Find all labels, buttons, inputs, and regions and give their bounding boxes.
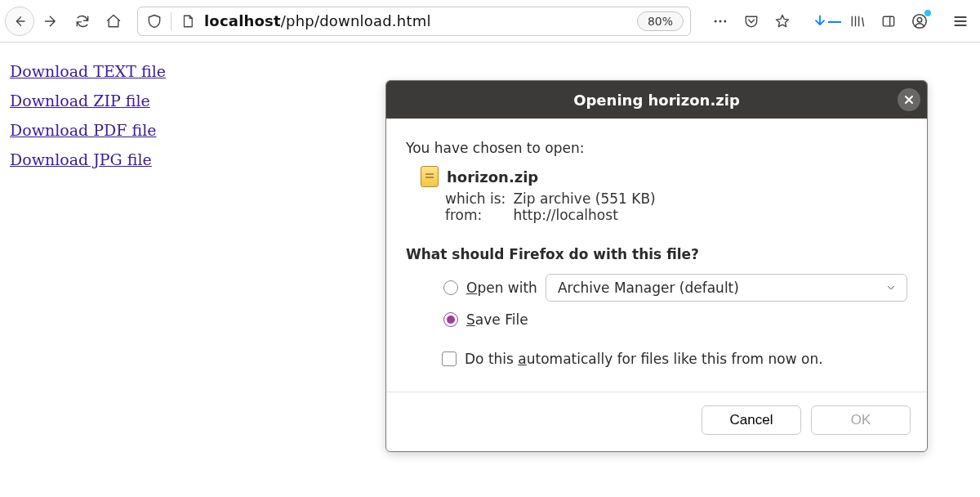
radio-open-with[interactable] xyxy=(443,280,458,295)
svg-point-0 xyxy=(715,20,717,22)
url-path: /php/download.html xyxy=(281,12,431,29)
auto-label[interactable]: Do this automatically for files like thi… xyxy=(465,351,823,367)
dialog-intro: You have chosen to open: xyxy=(406,140,907,156)
option-auto: Do this automatically for files like thi… xyxy=(442,351,907,367)
dialog-file-from: from: http://localhost xyxy=(445,207,907,223)
browser-toolbar: localhost/php/download.html 80% xyxy=(0,0,980,43)
dialog-question: What should Firefox do with this file? xyxy=(406,246,907,262)
bookmark-button[interactable] xyxy=(768,7,797,36)
zoom-indicator[interactable]: 80% xyxy=(637,11,684,31)
sidebar-button[interactable] xyxy=(874,7,903,36)
dialog-close-button[interactable] xyxy=(898,88,920,111)
checkbox-auto[interactable] xyxy=(442,351,457,366)
downloads-button[interactable] xyxy=(812,7,841,36)
toolbar-actions xyxy=(706,7,975,36)
svg-point-1 xyxy=(719,20,722,22)
option-save-file: Save File xyxy=(443,311,907,328)
download-link-text[interactable]: Download TEXT file xyxy=(10,62,970,80)
dialog-titlebar: Opening horizon.zip xyxy=(386,81,927,119)
pocket-icon xyxy=(743,13,760,29)
notification-dot xyxy=(924,10,931,16)
app-menu-button[interactable] xyxy=(946,7,975,36)
hamburger-icon xyxy=(952,13,969,29)
option-open-with: Open with Archive Manager (default) xyxy=(443,274,907,302)
open-with-label[interactable]: Open with xyxy=(466,280,537,296)
svg-rect-3 xyxy=(883,16,893,26)
radio-save-file[interactable] xyxy=(443,312,458,327)
pocket-button[interactable] xyxy=(737,7,766,36)
arrow-left-icon xyxy=(12,14,27,29)
back-button[interactable] xyxy=(5,7,34,36)
star-icon xyxy=(774,13,791,29)
home-icon xyxy=(105,13,122,29)
download-dialog: Opening horizon.zip You have chosen to o… xyxy=(385,80,928,452)
close-icon xyxy=(904,95,914,105)
svg-point-2 xyxy=(724,20,726,22)
svg-point-5 xyxy=(917,17,922,22)
forward-button[interactable] xyxy=(38,7,65,35)
open-with-value: Archive Manager (default) xyxy=(558,280,739,296)
download-icon xyxy=(812,14,828,29)
ok-button[interactable]: OK xyxy=(811,405,911,435)
dots-icon xyxy=(712,13,728,29)
dialog-file-type: which is: Zip archive (551 KB) xyxy=(445,190,907,207)
reload-icon xyxy=(74,13,91,29)
home-button[interactable] xyxy=(100,7,127,35)
chevron-down-icon xyxy=(885,282,897,293)
address-bar[interactable]: localhost/php/download.html 80% xyxy=(137,7,691,36)
zip-file-icon xyxy=(421,166,439,187)
dialog-file-row: horizon.zip xyxy=(421,166,907,187)
reload-button[interactable] xyxy=(69,7,96,35)
url-host: localhost xyxy=(204,12,281,29)
shield-icon xyxy=(146,13,163,29)
divider xyxy=(171,12,172,30)
save-file-label[interactable]: Save File xyxy=(466,311,528,328)
cancel-button[interactable]: Cancel xyxy=(702,405,801,435)
sidebar-icon xyxy=(880,13,897,29)
open-with-select[interactable]: Archive Manager (default) xyxy=(546,274,907,302)
account-button[interactable] xyxy=(905,7,934,36)
dialog-title: Opening horizon.zip xyxy=(573,92,740,109)
dialog-footer: Cancel OK xyxy=(386,392,927,451)
page-actions-button[interactable] xyxy=(706,7,735,36)
dialog-filename: horizon.zip xyxy=(447,168,538,186)
page-info-icon[interactable] xyxy=(178,11,198,31)
tracking-protection-icon[interactable] xyxy=(145,11,164,31)
library-icon xyxy=(849,13,866,29)
dialog-body: You have chosen to open: horizon.zip whi… xyxy=(386,119,927,385)
arrow-right-icon xyxy=(43,13,60,29)
document-icon xyxy=(180,13,195,29)
url-display[interactable]: localhost/php/download.html xyxy=(204,12,630,29)
library-button[interactable] xyxy=(843,7,872,36)
